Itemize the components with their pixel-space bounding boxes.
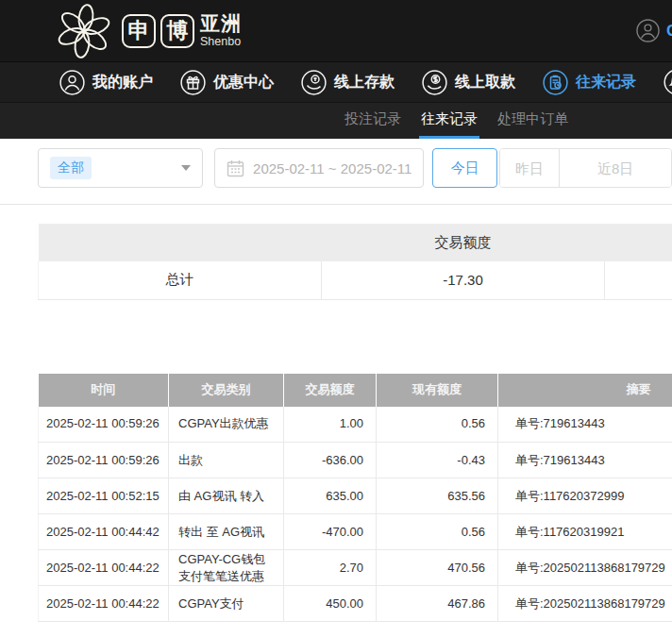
- cell-balance: 470.56: [377, 550, 498, 586]
- cell-time: 2025-02-11 00:59:26: [39, 443, 169, 478]
- cell-amount: 450.00: [284, 586, 377, 622]
- deposit-icon: [301, 70, 327, 95]
- records-header-row: 时间 交易类别 交易额度 现有额度 摘要: [39, 374, 672, 407]
- top-header: 申 博 亚洲 Shenbo C: [0, 0, 672, 61]
- summary-empty-cell: [605, 261, 672, 299]
- flower-logo-icon: [55, 2, 113, 60]
- cell-time: 2025-02-11 00:44:22: [39, 550, 169, 586]
- filter-row: 全部 2025-02-11 ~ 2025-02-11 今日 昨日 近8日: [38, 148, 672, 188]
- main-navigation: 我的账户 优惠中心 线上存款: [0, 61, 672, 102]
- tab-pending-orders[interactable]: 处理中订单: [496, 103, 570, 139]
- account-menu[interactable]: C: [636, 19, 672, 42]
- logo-char-shen: 申: [122, 14, 156, 48]
- nav-transaction-records[interactable]: 往来记录: [543, 70, 636, 95]
- nav-online-deposit[interactable]: 线上存款: [301, 70, 395, 95]
- summary-total-row: 总计 -17.30: [39, 261, 672, 299]
- logo-region-label: 亚洲: [200, 13, 242, 33]
- cell-balance: 0.56: [377, 514, 498, 550]
- cell-type: CGPAY支付: [169, 586, 284, 622]
- cell-type: 转出 至 AG视讯: [169, 514, 284, 550]
- cell-balance: -0.43: [377, 443, 498, 478]
- col-time: 时间: [39, 374, 169, 407]
- cell-amount: -636.00: [284, 443, 377, 478]
- last-8-days-button[interactable]: 近8日: [560, 149, 671, 188]
- cell-ref: 单号:719613443: [498, 407, 672, 443]
- summary-header-empty: [39, 224, 322, 261]
- today-button[interactable]: 今日: [432, 148, 497, 188]
- cell-ref: 单号:719613443: [498, 443, 672, 478]
- cell-ref: 单号:202502113868179729: [498, 550, 672, 586]
- records-subnav: 投注记录 往来记录 处理中订单: [0, 102, 672, 139]
- cell-time: 2025-02-11 00:44:42: [39, 514, 169, 550]
- cell-balance: 467.86: [377, 586, 498, 622]
- summary-total-value: -17.30: [322, 261, 605, 299]
- category-selected-chip: 全部: [50, 157, 92, 179]
- nav-promotions[interactable]: 优惠中心: [180, 70, 274, 95]
- logo-char-bo: 博: [160, 14, 194, 48]
- cell-type: CGPAY出款优惠: [169, 407, 284, 443]
- gift-icon: [180, 70, 206, 95]
- summary-header-row: 交易额度: [39, 224, 672, 261]
- nav-label: 线上取款: [455, 73, 515, 92]
- user-icon: [59, 70, 85, 95]
- page: 申 博 亚洲 Shenbo C 我的账户: [0, 0, 672, 637]
- logo-sub-label: Shenbo: [200, 36, 242, 48]
- cell-balance: 0.56: [377, 407, 498, 443]
- tab-betting-records[interactable]: 投注记录: [343, 103, 403, 139]
- col-balance: 现有额度: [377, 374, 498, 407]
- table-row: 2025-02-11 00:59:26 出款 -636.00 -0.43 单号:…: [39, 443, 672, 478]
- tab-transaction-records[interactable]: 往来记录: [419, 103, 479, 139]
- nav-label: 往来记录: [576, 73, 636, 92]
- username-text: C: [666, 22, 672, 41]
- cell-amount: 2.70: [284, 550, 377, 586]
- cell-amount: 635.00: [284, 478, 377, 514]
- date-range-picker[interactable]: 2025-02-11 ~ 2025-02-11: [214, 148, 424, 188]
- nav-label: 线上存款: [334, 73, 395, 92]
- nav-label: 优惠中心: [213, 73, 274, 92]
- quick-range-group: 昨日 近8日: [499, 148, 672, 188]
- col-summary: 摘要: [498, 374, 672, 407]
- cell-ref: 单号:117620372999: [498, 478, 672, 514]
- records-table: 时间 交易类别 交易额度 现有额度 摘要 2025-02-11 00:59:26…: [38, 374, 672, 623]
- summary-header-empty: [605, 224, 672, 261]
- chevron-down-icon: [181, 165, 191, 171]
- user-avatar-icon: [636, 19, 660, 42]
- summary-header-amount: 交易额度: [322, 224, 605, 261]
- cell-time: 2025-02-11 00:59:26: [39, 407, 169, 443]
- records-icon: [543, 70, 568, 95]
- table-row: 2025-02-11 00:44:22 CGPAY-CG钱包 支付笔笔送优惠 2…: [39, 550, 672, 586]
- cell-ref: 单号:202502113868179729: [498, 586, 672, 622]
- nav-online-withdrawal[interactable]: 线上取款: [422, 70, 515, 95]
- brand-logo[interactable]: 申 博 亚洲 Shenbo: [55, 2, 242, 60]
- col-amount: 交易额度: [284, 374, 377, 407]
- nav-my-account[interactable]: 我的账户: [59, 70, 153, 95]
- cell-type: 出款: [169, 443, 284, 478]
- table-row: 2025-02-11 00:44:42 转出 至 AG视讯 -470.00 0.…: [39, 514, 672, 550]
- cell-type: CGPAY-CG钱包 支付笔笔送优惠: [169, 550, 284, 586]
- category-select[interactable]: 全部: [38, 148, 203, 188]
- withdraw-icon: [422, 70, 447, 95]
- table-row: 2025-02-11 00:59:26 CGPAY出款优惠 1.00 0.56 …: [39, 407, 672, 443]
- table-row: 2025-02-11 00:44:22 CGPAY支付 450.00 467.8…: [39, 586, 672, 622]
- cell-type: 由 AG视讯 转入: [169, 478, 284, 514]
- cell-balance: 635.56: [377, 478, 498, 514]
- cell-amount: -470.00: [284, 514, 377, 550]
- cell-amount: 1.00: [284, 407, 377, 443]
- cell-time: 2025-02-11 00:44:22: [39, 586, 169, 622]
- calendar-icon: [227, 159, 244, 177]
- cell-ref: 单号:117620319921: [498, 514, 672, 550]
- notifications-button[interactable]: [664, 69, 672, 95]
- yesterday-button[interactable]: 昨日: [500, 149, 560, 188]
- table-row: 2025-02-11 00:52:15 由 AG视讯 转入 635.00 635…: [39, 478, 672, 514]
- summary-total-label: 总计: [39, 261, 322, 299]
- date-range-value: 2025-02-11 ~ 2025-02-11: [253, 160, 412, 176]
- col-type: 交易类别: [169, 374, 284, 407]
- bell-icon: [664, 69, 672, 95]
- nav-label: 我的账户: [92, 73, 153, 92]
- summary-table: 交易额度 总计 -17.30: [38, 224, 672, 300]
- cell-time: 2025-02-11 00:52:15: [39, 478, 169, 514]
- section-divider: [0, 204, 672, 205]
